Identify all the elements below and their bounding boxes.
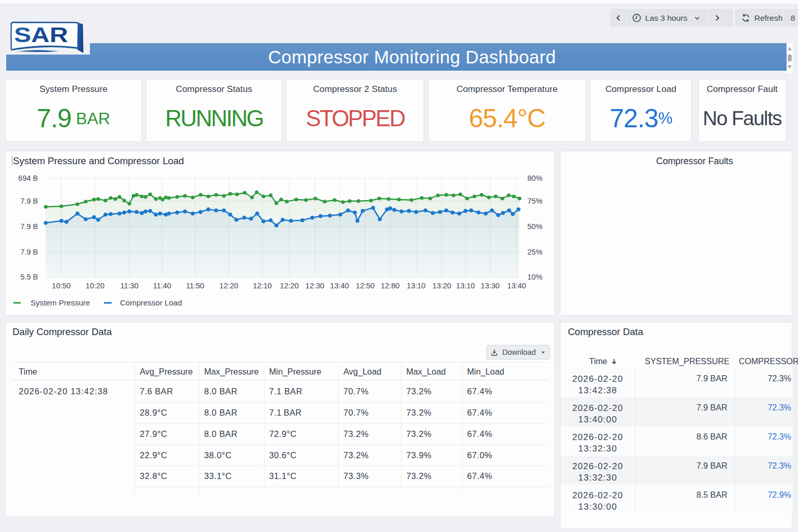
svg-text:80%: 80% <box>527 174 542 182</box>
svg-text:13:10: 13:10 <box>456 282 475 290</box>
svg-text:12:80: 12:80 <box>381 282 400 290</box>
svg-text:12:50: 12:50 <box>356 282 375 290</box>
svg-text:11:50: 11:50 <box>186 282 204 290</box>
svg-text:12:30: 12:30 <box>305 282 324 290</box>
svg-text:25%: 25% <box>527 248 542 256</box>
svg-text:10%: 10% <box>527 273 542 281</box>
svg-text:50%: 50% <box>527 222 542 231</box>
svg-text:694 B: 694 B <box>18 174 38 182</box>
svg-text:13:20: 13:20 <box>432 282 451 290</box>
svg-text:System Pressure: System Pressure <box>31 298 90 307</box>
svg-text:11:30: 11:30 <box>120 282 138 290</box>
svg-text:13:10: 13:10 <box>407 282 425 290</box>
svg-text:12:20: 12:20 <box>280 282 299 290</box>
svg-text:75%: 75% <box>527 197 542 205</box>
svg-text:13:40: 13:40 <box>330 282 349 290</box>
svg-text:7.9 B: 7.9 B <box>20 222 38 231</box>
svg-text:12:20: 12:20 <box>219 282 238 290</box>
svg-text:SAR: SAR <box>14 23 68 46</box>
svg-text:12:10: 12:10 <box>253 282 272 290</box>
svg-text:13:40: 13:40 <box>507 282 526 290</box>
svg-text:Compressor Load: Compressor Load <box>120 298 182 307</box>
svg-text:7.9 B: 7.9 B <box>20 197 38 205</box>
svg-text:13:30: 13:30 <box>481 282 499 290</box>
svg-text:11:40: 11:40 <box>153 282 171 290</box>
svg-text:7.9 B: 7.9 B <box>20 248 38 256</box>
svg-text:10:20: 10:20 <box>86 282 104 290</box>
svg-text:10:50: 10:50 <box>52 282 71 290</box>
svg-text:5.5 B: 5.5 B <box>20 273 38 281</box>
